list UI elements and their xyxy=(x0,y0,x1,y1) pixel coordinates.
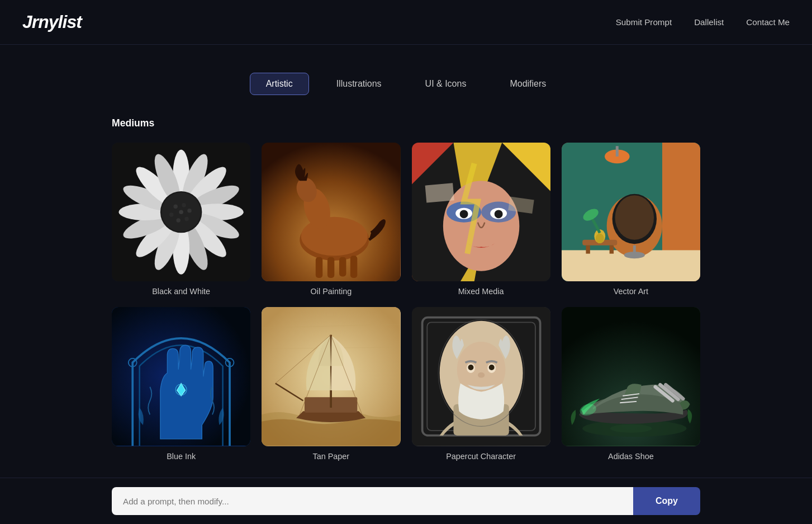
svg-point-20 xyxy=(182,203,186,207)
submit-prompt-link[interactable]: Submit Prompt xyxy=(616,17,672,27)
card-mixed-media[interactable]: Mixed Media xyxy=(412,143,550,296)
svg-point-88 xyxy=(468,365,473,370)
contact-me-link[interactable]: Contact Me xyxy=(746,17,790,27)
svg-point-40 xyxy=(443,181,519,271)
mediums-title: Mediums xyxy=(112,117,700,129)
card-adidas-shoe-label: Adidas Shoe xyxy=(608,452,654,461)
nav: Submit Prompt Dallelist Contact Me xyxy=(616,17,790,27)
mediums-grid-row2: Blue Ink xyxy=(112,307,700,460)
card-adidas-shoe[interactable]: Adidas Shoe xyxy=(562,307,700,460)
card-mixed-media-label: Mixed Media xyxy=(458,287,504,296)
bottom-bar: Copy xyxy=(0,478,812,524)
card-papercut-character-label: Papercut Character xyxy=(446,452,516,461)
mediums-grid-row1: Black and White xyxy=(112,143,700,296)
card-oil-painting-label: Oil Painting xyxy=(311,287,352,296)
svg-point-21 xyxy=(187,209,191,213)
svg-point-90 xyxy=(477,372,484,378)
svg-rect-47 xyxy=(425,183,454,202)
main-content: Mediums xyxy=(0,117,812,461)
svg-rect-60 xyxy=(586,246,590,254)
svg-rect-53 xyxy=(616,146,619,157)
prompt-input[interactable] xyxy=(112,487,633,515)
svg-point-22 xyxy=(184,217,188,221)
svg-rect-34 xyxy=(350,256,357,278)
header: Jrnylist Submit Prompt Dallelist Contact… xyxy=(0,0,812,45)
svg-point-25 xyxy=(179,210,183,214)
card-tan-paper[interactable]: Tan Paper xyxy=(262,307,400,460)
card-vector-art[interactable]: Vector Art xyxy=(562,143,700,296)
svg-point-19 xyxy=(173,204,177,208)
svg-point-24 xyxy=(169,213,173,216)
svg-rect-33 xyxy=(339,257,346,277)
logo: Jrnylist xyxy=(22,12,82,32)
svg-rect-31 xyxy=(316,257,322,278)
svg-point-44 xyxy=(459,210,468,218)
copy-button[interactable]: Copy xyxy=(633,487,700,515)
svg-point-98 xyxy=(610,424,652,433)
dallelist-link[interactable]: Dallelist xyxy=(694,17,724,27)
card-blue-ink-label: Blue Ink xyxy=(167,452,196,461)
svg-point-63 xyxy=(596,234,604,243)
card-oil-painting[interactable]: Oil Painting xyxy=(262,143,400,296)
tab-ui-icons[interactable]: UI & Icons xyxy=(409,73,483,95)
svg-point-89 xyxy=(488,365,494,370)
svg-point-23 xyxy=(176,218,180,222)
card-black-and-white[interactable]: Black and White xyxy=(112,143,250,296)
tab-illustrations[interactable]: Illustrations xyxy=(320,73,398,95)
svg-point-46 xyxy=(494,210,502,218)
tab-artistic[interactable]: Artistic xyxy=(250,73,309,95)
card-black-and-white-label: Black and White xyxy=(152,287,210,296)
svg-rect-32 xyxy=(327,257,334,278)
card-vector-art-label: Vector Art xyxy=(614,287,648,296)
card-tan-paper-label: Tan Paper xyxy=(313,452,350,461)
card-papercut-character[interactable]: Papercut Character xyxy=(412,307,550,460)
card-blue-ink[interactable]: Blue Ink xyxy=(112,307,250,460)
tabs-container: Artistic Illustrations UI & Icons Modifi… xyxy=(0,73,812,95)
svg-rect-61 xyxy=(609,246,613,254)
tab-modifiers[interactable]: Modifiers xyxy=(493,73,562,95)
svg-point-56 xyxy=(615,195,654,239)
